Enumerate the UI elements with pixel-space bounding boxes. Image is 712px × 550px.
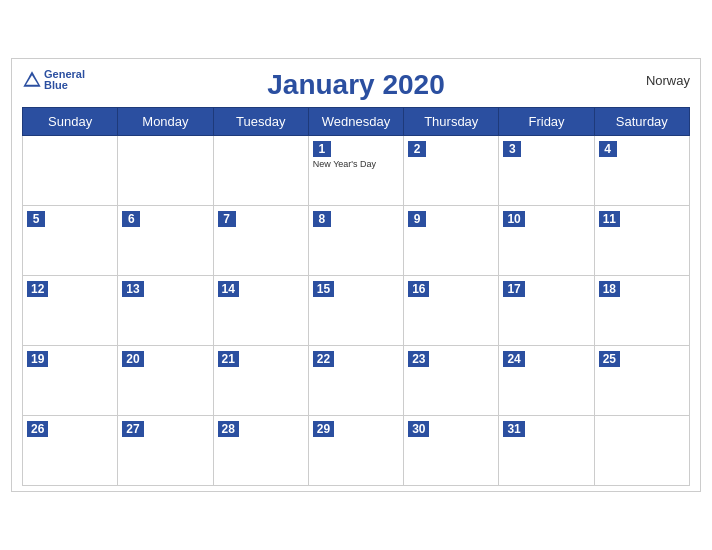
day-number: 9 — [408, 211, 426, 227]
calendar-week-row: 12131415161718 — [23, 276, 690, 346]
day-number: 15 — [313, 281, 334, 297]
calendar-day-cell: 1New Year's Day — [308, 136, 403, 206]
weekday-header-row: Sunday Monday Tuesday Wednesday Thursday… — [23, 108, 690, 136]
day-number: 12 — [27, 281, 48, 297]
header-sunday: Sunday — [23, 108, 118, 136]
calendar-title: January 2020 — [22, 69, 690, 101]
calendar-day-cell: 27 — [118, 416, 213, 486]
day-number: 18 — [599, 281, 620, 297]
day-number: 10 — [503, 211, 524, 227]
day-number: 20 — [122, 351, 143, 367]
header-saturday: Saturday — [594, 108, 689, 136]
calendar-week-row: 262728293031 — [23, 416, 690, 486]
day-number: 29 — [313, 421, 334, 437]
calendar-day-cell: 16 — [404, 276, 499, 346]
calendar-day-cell: 5 — [23, 206, 118, 276]
calendar-day-cell: 8 — [308, 206, 403, 276]
day-number: 2 — [408, 141, 426, 157]
logo-blue-text: Blue — [44, 80, 85, 91]
day-number: 24 — [503, 351, 524, 367]
calendar-day-cell: 14 — [213, 276, 308, 346]
day-number: 16 — [408, 281, 429, 297]
calendar-day-cell: 25 — [594, 346, 689, 416]
calendar-grid: Sunday Monday Tuesday Wednesday Thursday… — [22, 107, 690, 486]
calendar-day-cell: 11 — [594, 206, 689, 276]
calendar-week-row: 1New Year's Day234 — [23, 136, 690, 206]
day-number: 13 — [122, 281, 143, 297]
header-wednesday: Wednesday — [308, 108, 403, 136]
header-friday: Friday — [499, 108, 594, 136]
calendar-day-cell: 10 — [499, 206, 594, 276]
day-number: 22 — [313, 351, 334, 367]
calendar-day-cell: 28 — [213, 416, 308, 486]
calendar-day-cell: 21 — [213, 346, 308, 416]
calendar-day-cell: 13 — [118, 276, 213, 346]
calendar-day-cell — [594, 416, 689, 486]
calendar-day-cell: 20 — [118, 346, 213, 416]
header-thursday: Thursday — [404, 108, 499, 136]
day-number: 5 — [27, 211, 45, 227]
day-number: 3 — [503, 141, 521, 157]
day-number: 1 — [313, 141, 331, 157]
day-number: 31 — [503, 421, 524, 437]
calendar-day-cell: 17 — [499, 276, 594, 346]
calendar-day-cell: 23 — [404, 346, 499, 416]
calendar-day-cell: 18 — [594, 276, 689, 346]
day-number: 14 — [218, 281, 239, 297]
day-number: 27 — [122, 421, 143, 437]
holiday-label: New Year's Day — [313, 159, 399, 169]
calendar-day-cell: 26 — [23, 416, 118, 486]
calendar-day-cell: 3 — [499, 136, 594, 206]
header-monday: Monday — [118, 108, 213, 136]
day-number: 26 — [27, 421, 48, 437]
calendar-day-cell: 29 — [308, 416, 403, 486]
calendar-day-cell: 9 — [404, 206, 499, 276]
calendar-day-cell: 2 — [404, 136, 499, 206]
day-number: 21 — [218, 351, 239, 367]
calendar-day-cell — [213, 136, 308, 206]
day-number: 4 — [599, 141, 617, 157]
calendar-day-cell: 7 — [213, 206, 308, 276]
day-number: 17 — [503, 281, 524, 297]
calendar-day-cell: 12 — [23, 276, 118, 346]
day-number: 30 — [408, 421, 429, 437]
logo-area: General Blue — [22, 69, 85, 91]
calendar-day-cell: 6 — [118, 206, 213, 276]
day-number: 25 — [599, 351, 620, 367]
calendar-day-cell: 31 — [499, 416, 594, 486]
calendar-container: General Blue January 2020 Norway Sunday … — [11, 58, 701, 492]
day-number: 19 — [27, 351, 48, 367]
calendar-day-cell: 22 — [308, 346, 403, 416]
calendar-day-cell: 19 — [23, 346, 118, 416]
calendar-day-cell: 15 — [308, 276, 403, 346]
calendar-day-cell: 4 — [594, 136, 689, 206]
calendar-week-row: 567891011 — [23, 206, 690, 276]
day-number: 28 — [218, 421, 239, 437]
calendar-body: 1New Year's Day2345678910111213141516171… — [23, 136, 690, 486]
day-number: 8 — [313, 211, 331, 227]
day-number: 11 — [599, 211, 620, 227]
generalblue-logo-icon — [22, 70, 42, 90]
header-tuesday: Tuesday — [213, 108, 308, 136]
day-number: 6 — [122, 211, 140, 227]
calendar-day-cell: 24 — [499, 346, 594, 416]
day-number: 23 — [408, 351, 429, 367]
country-label: Norway — [646, 73, 690, 88]
day-number: 7 — [218, 211, 236, 227]
calendar-day-cell — [118, 136, 213, 206]
calendar-header: General Blue January 2020 Norway — [22, 69, 690, 101]
calendar-week-row: 19202122232425 — [23, 346, 690, 416]
calendar-day-cell — [23, 136, 118, 206]
calendar-day-cell: 30 — [404, 416, 499, 486]
